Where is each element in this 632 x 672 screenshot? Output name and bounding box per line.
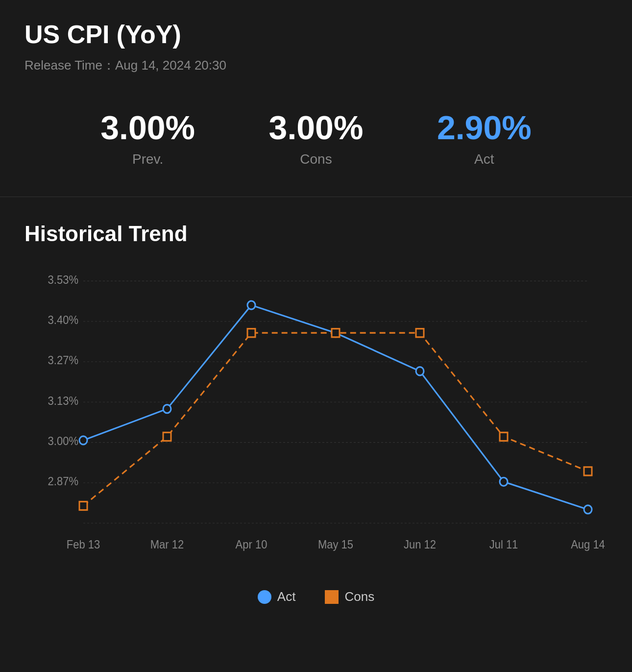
svg-text:Apr 10: Apr 10 xyxy=(236,538,267,551)
svg-text:Jul 11: Jul 11 xyxy=(489,538,518,551)
svg-rect-33 xyxy=(584,467,592,475)
chart-container: 3.53% 3.40% 3.27% 3.13% 3.00% 2.87% Feb … xyxy=(24,271,608,574)
cons-value: 3.00% xyxy=(269,108,364,147)
svg-text:Aug 14: Aug 14 xyxy=(571,538,605,551)
svg-text:Mar 12: Mar 12 xyxy=(150,538,184,551)
prev-label: Prev. xyxy=(132,151,163,167)
prev-value: 3.00% xyxy=(100,108,195,147)
svg-rect-30 xyxy=(332,329,340,337)
svg-text:3.13%: 3.13% xyxy=(48,394,78,407)
cons-label: Cons xyxy=(300,151,332,167)
act-legend-dot xyxy=(258,590,271,604)
svg-text:3.00%: 3.00% xyxy=(48,434,78,448)
svg-rect-32 xyxy=(500,432,508,441)
page-title: US CPI (YoY) xyxy=(24,20,608,49)
svg-text:May 15: May 15 xyxy=(318,538,353,551)
act-legend-label: Act xyxy=(277,589,296,604)
act-legend-item: Act xyxy=(258,589,296,604)
prev-metric: 3.00% Prev. xyxy=(100,108,195,167)
svg-point-21 xyxy=(163,405,171,413)
svg-text:Jun 12: Jun 12 xyxy=(404,538,436,551)
chart-title: Historical Trend xyxy=(24,222,608,246)
svg-rect-29 xyxy=(247,329,255,337)
svg-text:3.27%: 3.27% xyxy=(48,354,78,367)
release-time-value: Aug 14, 2024 20:30 xyxy=(115,58,226,73)
act-value: 2.90% xyxy=(437,108,532,147)
top-section: US CPI (YoY) Release Time：Aug 14, 2024 2… xyxy=(0,0,632,197)
cons-legend-item: Cons xyxy=(325,589,374,604)
chart-legend: Act Cons xyxy=(24,589,608,604)
act-label: Act xyxy=(474,151,494,167)
release-time-label: Release Time： xyxy=(24,58,115,73)
release-time: Release Time：Aug 14, 2024 20:30 xyxy=(24,57,608,74)
svg-point-22 xyxy=(247,301,255,309)
cons-legend-label: Cons xyxy=(344,589,374,604)
svg-point-24 xyxy=(416,367,424,375)
cons-metric: 3.00% Cons xyxy=(269,108,364,167)
svg-text:3.53%: 3.53% xyxy=(48,273,78,286)
svg-point-26 xyxy=(584,505,592,514)
bottom-section: Historical Trend 3.53% 3.40% 3.27% 3.13%… xyxy=(0,197,632,634)
svg-text:Feb 13: Feb 13 xyxy=(67,538,100,551)
cons-legend-dot xyxy=(325,590,339,604)
svg-text:3.40%: 3.40% xyxy=(48,313,78,326)
svg-point-20 xyxy=(79,436,87,445)
metrics-row: 3.00% Prev. 3.00% Cons 2.90% Act xyxy=(24,99,608,177)
svg-text:2.87%: 2.87% xyxy=(48,475,78,488)
svg-rect-27 xyxy=(79,501,87,510)
chart-svg: 3.53% 3.40% 3.27% 3.13% 3.00% 2.87% Feb … xyxy=(24,271,608,574)
act-metric: 2.90% Act xyxy=(437,108,532,167)
svg-point-25 xyxy=(500,477,508,486)
svg-rect-28 xyxy=(163,432,171,441)
svg-rect-31 xyxy=(416,329,424,337)
